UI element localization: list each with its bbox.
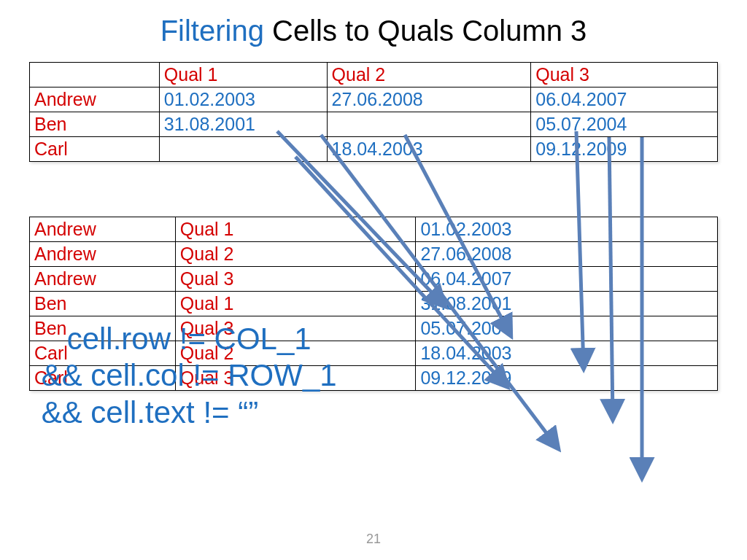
cell: 06.04.2007 xyxy=(531,88,718,112)
row-name: Ben xyxy=(30,112,160,137)
table-row: Ben 31.08.2001 05.07.2004 xyxy=(30,112,718,137)
cell: 31.08.2001 xyxy=(159,112,327,137)
cell-date: 01.02.2003 xyxy=(416,217,718,242)
cell-name: Andrew xyxy=(30,267,176,292)
header-qual3: Qual 3 xyxy=(531,63,718,88)
table-row: Ben Qual 1 31.08.2001 xyxy=(30,292,718,316)
table-row: Andrew Qual 1 01.02.2003 xyxy=(30,217,718,242)
cell-date: 31.08.2001 xyxy=(416,292,718,316)
cell-date: 06.04.2007 xyxy=(416,267,718,292)
cell-date: 27.06.2008 xyxy=(416,242,718,267)
table-row: Carl 18.04.2003 09.12.2009 xyxy=(30,137,718,162)
table-header-row: Qual 1 Qual 2 Qual 3 xyxy=(30,63,718,88)
cell: 01.02.2003 xyxy=(159,88,327,112)
cell-name: Andrew xyxy=(30,242,176,267)
cell-qual: Qual 1 xyxy=(175,217,416,242)
header-blank xyxy=(30,63,160,88)
source-table: Qual 1 Qual 2 Qual 3 Andrew 01.02.2003 2… xyxy=(29,62,718,162)
table-row: Andrew Qual 3 06.04.2007 xyxy=(30,267,718,292)
page-title: Filtering Cells to Quals Column 3 xyxy=(0,15,747,47)
cell: 05.07.2004 xyxy=(531,112,718,137)
cell xyxy=(327,112,531,137)
cell-qual: Qual 3 xyxy=(175,267,416,292)
cell: 18.04.2003 xyxy=(327,137,531,162)
header-qual2: Qual 2 xyxy=(327,63,531,88)
row-name: Andrew xyxy=(30,88,160,112)
table-row: Andrew 01.02.2003 27.06.2008 06.04.2007 xyxy=(30,88,718,112)
cell-name: Andrew xyxy=(30,217,176,242)
cell-date: 05.07.2004 xyxy=(416,316,718,341)
cell-qual: Qual 2 xyxy=(175,242,416,267)
header-qual1: Qual 1 xyxy=(159,63,327,88)
cell-date: 18.04.2003 xyxy=(416,341,718,366)
cell-date: 09.12.2009 xyxy=(416,366,718,391)
cell xyxy=(159,137,327,162)
title-highlight: Filtering xyxy=(160,15,264,47)
cell: 27.06.2008 xyxy=(327,88,531,112)
cell-qual: Qual 1 xyxy=(175,292,416,316)
cell: 09.12.2009 xyxy=(531,137,718,162)
cell-name: Ben xyxy=(30,292,176,316)
filter-expression: cell.row != COL_1 && cell.col != ROW_1 &… xyxy=(33,321,337,431)
row-name: Carl xyxy=(30,137,160,162)
slide-number: 21 xyxy=(0,532,747,547)
table-row: Andrew Qual 2 27.06.2008 xyxy=(30,242,718,267)
title-rest: Cells to Quals Column 3 xyxy=(264,15,587,47)
